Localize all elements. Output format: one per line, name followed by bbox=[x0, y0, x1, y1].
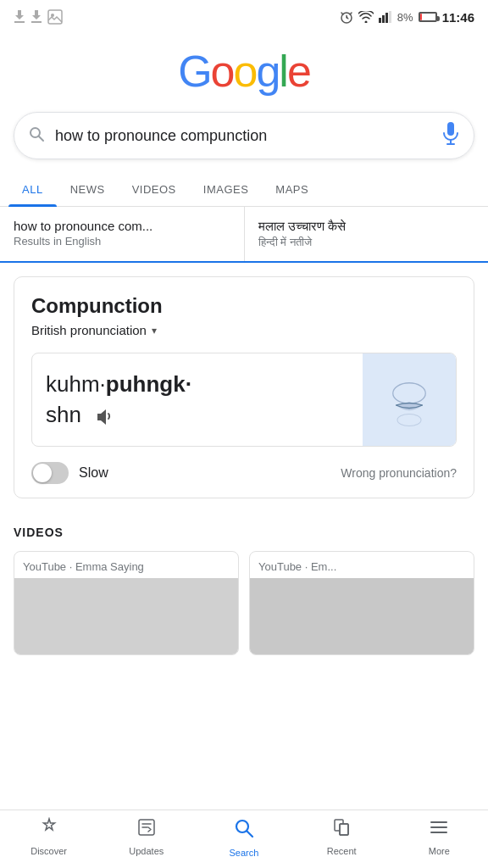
nav-more[interactable]: More bbox=[413, 817, 464, 858]
image-icon bbox=[47, 9, 63, 25]
phonetic-line2: shn bbox=[46, 399, 349, 430]
recent-icon bbox=[331, 817, 352, 843]
videos-section: VIDEOS YouTube · Emma Saying YouTube · E… bbox=[14, 512, 474, 655]
search-query: how to pronounce compunction bbox=[55, 127, 431, 145]
word-title: Compunction bbox=[31, 294, 457, 318]
search-box-container: how to pronounce compunction bbox=[0, 112, 488, 173]
slow-left: Slow bbox=[31, 462, 108, 484]
svg-rect-0 bbox=[14, 21, 25, 23]
language-row: how to pronounce com... Results in Engli… bbox=[0, 207, 488, 263]
lang-english-query: how to pronounce com... bbox=[14, 219, 230, 233]
dropdown-arrow-icon[interactable]: ▾ bbox=[152, 325, 157, 337]
svg-rect-11 bbox=[447, 122, 454, 136]
nav-recent-label: Recent bbox=[327, 846, 357, 856]
time: 11:46 bbox=[442, 10, 474, 25]
video-thumb-2 bbox=[250, 578, 474, 654]
lang-english[interactable]: how to pronounce com... Results in Engli… bbox=[0, 207, 245, 261]
search-icon bbox=[28, 125, 45, 147]
pronunciation-card: Compunction British pronunciation ▾ kuhm… bbox=[14, 276, 474, 498]
tab-news[interactable]: NEWS bbox=[57, 173, 119, 206]
svg-line-10 bbox=[39, 136, 43, 141]
nav-more-label: More bbox=[429, 846, 450, 856]
video-source-2: YouTube · Em... bbox=[250, 552, 474, 578]
logo-o1: o bbox=[211, 47, 234, 96]
svg-marker-14 bbox=[97, 409, 106, 425]
bottom-nav: Discover Updates Search Re bbox=[0, 810, 488, 868]
tab-videos[interactable]: VIDEOS bbox=[119, 173, 190, 206]
phonetic-line1: kuhm·puhngk· bbox=[46, 369, 349, 399]
nav-discover[interactable]: Discover bbox=[24, 817, 75, 858]
tab-all[interactable]: ALL bbox=[8, 173, 57, 206]
logo-g2: g bbox=[256, 47, 279, 96]
nav-discover-label: Discover bbox=[30, 846, 67, 856]
pronunciation-type-row: British pronunciation ▾ bbox=[31, 323, 457, 337]
search-nav-icon bbox=[233, 817, 255, 844]
google-logo: Google bbox=[0, 34, 488, 112]
phonetics-box: kuhm·puhngk· shn bbox=[31, 353, 457, 447]
download-icon bbox=[14, 9, 25, 25]
slow-row: Slow Wrong pronunciation? bbox=[31, 462, 457, 484]
slow-label: Slow bbox=[79, 465, 108, 481]
lang-english-sub: Results in English bbox=[14, 235, 230, 248]
nav-search[interactable]: Search bbox=[219, 817, 269, 858]
pronunciation-type-label: British pronunciation bbox=[31, 323, 147, 337]
svg-rect-2 bbox=[48, 10, 62, 24]
phonetic-shn: shn bbox=[46, 402, 87, 427]
nav-search-label: Search bbox=[230, 848, 259, 858]
svg-rect-6 bbox=[382, 15, 385, 23]
alarm-icon bbox=[340, 10, 353, 24]
svg-rect-21 bbox=[340, 824, 348, 835]
lang-hindi-sub: हिन्दी में नतीजे bbox=[258, 236, 475, 249]
wrong-pronunciation-link[interactable]: Wrong pronunciation? bbox=[341, 466, 457, 480]
videos-title: VIDEOS bbox=[14, 526, 474, 539]
status-right: 8% 11:46 bbox=[340, 10, 474, 25]
logo-l: l bbox=[279, 47, 287, 96]
video-thumb-1 bbox=[14, 578, 238, 654]
status-left bbox=[14, 9, 63, 25]
slow-toggle[interactable] bbox=[31, 462, 69, 484]
search-tabs: ALL NEWS VIDEOS IMAGES MAPS bbox=[0, 173, 488, 207]
video-source-1: YouTube · Emma Saying bbox=[14, 552, 238, 578]
mouth-svg bbox=[380, 370, 439, 429]
mouth-visual bbox=[363, 353, 456, 446]
mic-icon[interactable] bbox=[441, 121, 460, 150]
nav-updates-label: Updates bbox=[129, 846, 164, 856]
videos-row: YouTube · Emma Saying YouTube · Em... bbox=[14, 551, 474, 655]
download2-icon bbox=[30, 9, 42, 25]
search-box[interactable]: how to pronounce compunction bbox=[14, 112, 474, 159]
toggle-knob bbox=[33, 464, 52, 482]
wifi-icon bbox=[358, 11, 374, 23]
tab-images[interactable]: IMAGES bbox=[190, 173, 263, 206]
nav-recent[interactable]: Recent bbox=[316, 817, 367, 858]
status-bar: 8% 11:46 bbox=[0, 0, 488, 34]
svg-point-16 bbox=[397, 415, 421, 426]
more-icon bbox=[429, 817, 449, 843]
logo-o2: o bbox=[234, 47, 257, 96]
battery-icon bbox=[419, 12, 437, 22]
svg-line-19 bbox=[247, 832, 252, 837]
signal-icon bbox=[379, 11, 392, 23]
battery-percent: 8% bbox=[397, 11, 413, 24]
svg-rect-1 bbox=[31, 21, 42, 23]
svg-rect-7 bbox=[385, 13, 388, 23]
updates-icon bbox=[136, 817, 157, 843]
lang-hindi[interactable]: मलाल उच्चारण कैसे हिन्दी में नतीजे bbox=[245, 207, 489, 261]
phonetic-puhngk: puhngk· bbox=[106, 371, 191, 397]
svg-point-15 bbox=[393, 383, 426, 404]
video-card-1[interactable]: YouTube · Emma Saying bbox=[14, 551, 239, 655]
svg-rect-5 bbox=[379, 18, 381, 23]
video-card-2[interactable]: YouTube · Em... bbox=[249, 551, 474, 655]
logo-g: G bbox=[178, 47, 210, 96]
logo-e: e bbox=[287, 47, 310, 96]
discover-icon bbox=[39, 817, 59, 843]
tab-maps[interactable]: MAPS bbox=[262, 173, 322, 206]
phonetics-text: kuhm·puhngk· shn bbox=[32, 353, 363, 446]
nav-updates[interactable]: Updates bbox=[121, 817, 172, 858]
lang-hindi-query: मलाल उच्चारण कैसे bbox=[258, 219, 475, 234]
svg-rect-8 bbox=[389, 11, 391, 23]
phonetic-kuhm: kuhm· bbox=[46, 371, 106, 397]
speak-icon[interactable] bbox=[94, 405, 114, 426]
